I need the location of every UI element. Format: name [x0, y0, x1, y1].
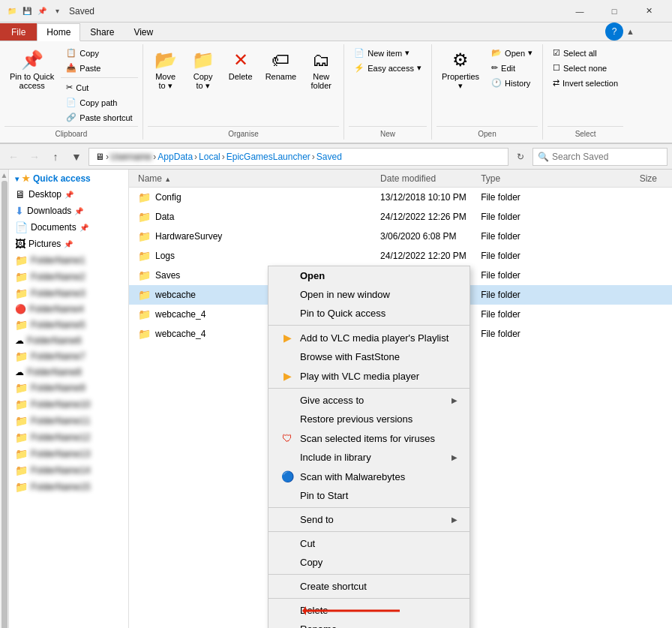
ctx-restore[interactable]: Restore previous versions	[268, 410, 470, 428]
ctx-vlc-play[interactable]: ▶ Play with VLC media player	[268, 366, 470, 386]
tab-file[interactable]: File	[0, 23, 37, 41]
sidebar-item-downloads[interactable]: ⬇ Downloads 📌	[9, 203, 128, 219]
col-type-header[interactable]: Type	[478, 173, 578, 184]
open-button[interactable]: 📂 Open ▾	[486, 46, 538, 60]
tab-home[interactable]: Home	[37, 23, 80, 41]
ctx-vlc-playlist[interactable]: ▶ Add to VLC media player's Playlist	[268, 328, 470, 347]
sidebar-item-pictures[interactable]: 🖼 Pictures 📌	[9, 236, 128, 252]
copy-button[interactable]: 📋 Copy	[61, 46, 137, 60]
col-name-header[interactable]: Name ▲	[135, 173, 377, 184]
easy-access-button[interactable]: ⚡ Easy access ▾	[349, 61, 427, 75]
ctx-delete[interactable]: Delete	[268, 601, 470, 620]
path-epicgames[interactable]: EpicGamesLauncher	[226, 152, 310, 162]
sidebar-item-blurred-15[interactable]: 📁 FolderName15	[9, 479, 128, 495]
ctx-cut[interactable]: Cut	[268, 534, 470, 553]
sidebar-item-blurred-9[interactable]: 📁 FolderName9	[9, 380, 128, 396]
forward-button[interactable]: →	[26, 148, 44, 166]
file-row-data[interactable]: 📁Data 24/12/2022 12:26 PM File folder	[129, 207, 672, 227]
ctx-create-shortcut[interactable]: Create shortcut	[268, 577, 470, 596]
new-item-button[interactable]: 📄 New item ▾	[349, 46, 427, 60]
file-row-hardware[interactable]: 📁HardwareSurvey 3/06/2020 6:08 PM File f…	[129, 227, 672, 246]
recent-locations-button[interactable]: ▼	[68, 148, 86, 166]
folder-icon-webcache4b: 📁	[138, 328, 151, 340]
organise-label: Organise	[148, 126, 340, 140]
invert-selection-button[interactable]: ⇄ Invert selection	[548, 76, 623, 90]
sidebar-item-blurred-1[interactable]: 📁 FolderName1	[9, 252, 128, 269]
ctx-pin-quick[interactable]: Pin to Quick access	[268, 304, 470, 323]
sidebar-item-blurred-3[interactable]: 📁 FolderName3	[9, 285, 128, 302]
ctx-open-new-window[interactable]: Open in new window	[268, 285, 470, 304]
pictures-folder-icon: 🖼	[15, 238, 26, 250]
minimize-button[interactable]: —	[562, 0, 597, 23]
cut-button[interactable]: ✂ Cut	[61, 80, 137, 95]
sidebar-item-blurred-4[interactable]: 🔴 FolderName4	[9, 302, 128, 317]
scroll-thumb[interactable]	[2, 181, 8, 628]
file-area: Name ▲ Date modified Type Size 📁Config 1…	[129, 170, 672, 628]
rename-button[interactable]: 🏷 Rename	[260, 46, 302, 85]
sidebar-item-blurred-14[interactable]: 📁 FolderName14	[9, 462, 128, 479]
sidebar-item-blurred-10[interactable]: 📁 FolderName10	[9, 396, 128, 413]
ribbon-collapse-button[interactable]: ▲	[626, 27, 634, 36]
tab-view[interactable]: View	[124, 23, 163, 41]
ctx-include-library[interactable]: Include in library	[268, 448, 470, 467]
ctx-scan-virus[interactable]: 🛡 Scan selected items for viruses	[268, 428, 470, 448]
path-local[interactable]: Local	[199, 152, 220, 162]
edit-button[interactable]: ✏ Edit	[486, 61, 538, 75]
path-user[interactable]: Username	[110, 152, 152, 162]
sidebar-item-blurred-8[interactable]: ☁ FolderName8	[9, 365, 128, 380]
select-all-button[interactable]: ☑ Select all	[548, 46, 623, 60]
dropdown-icon[interactable]: ▾	[51, 5, 63, 17]
sidebar-item-blurred-11[interactable]: 📁 FolderName11	[9, 413, 128, 429]
select-none-button[interactable]: ☐ Select none	[548, 61, 623, 75]
refresh-button[interactable]: ↻	[512, 148, 530, 166]
invert-icon: ⇄	[553, 78, 560, 88]
sidebar-item-blurred-13[interactable]: 📁 FolderName13	[9, 446, 128, 462]
sidebar-item-blurred-5[interactable]: 📁 FolderName5	[9, 317, 128, 333]
blurred-folder-icon-13: 📁	[15, 448, 28, 460]
quick-access-header[interactable]: ▾ ★ Quick access	[9, 171, 128, 186]
sidebar-item-documents[interactable]: 📄 Documents 📌	[9, 219, 128, 236]
ctx-vlc-icon: ▶	[280, 332, 294, 344]
sidebar-item-desktop[interactable]: 🖥 Desktop 📌	[9, 186, 128, 203]
pin-quick-access-button[interactable]: 📌 Pin to Quickaccess	[4, 46, 59, 94]
paste-shortcut-button[interactable]: 🔗 Paste shortcut	[61, 110, 137, 125]
new-folder-button[interactable]: 🗂 Newfolder	[303, 46, 339, 94]
search-box[interactable]: 🔍	[532, 148, 668, 166]
ctx-open[interactable]: Open	[268, 266, 470, 285]
properties-button[interactable]: ⚙ Properties ▾	[436, 46, 484, 95]
col-size-header[interactable]: Size	[578, 173, 666, 184]
sidebar-item-blurred-2[interactable]: 📁 FolderName2	[9, 269, 128, 285]
maximize-button[interactable]: □	[597, 0, 632, 23]
up-button[interactable]: ↑	[46, 148, 64, 166]
ctx-faststone[interactable]: Browse with FastStone	[268, 347, 470, 366]
ctx-rename[interactable]: Rename	[268, 620, 470, 628]
file-row-config[interactable]: 📁Config 13/12/2018 10:10 PM File folder	[129, 188, 672, 207]
delete-button[interactable]: ✕ Delete	[223, 46, 259, 85]
path-appdata[interactable]: AppData	[158, 152, 193, 162]
move-icon: 📂	[154, 50, 177, 71]
scroll-up-button[interactable]: ▲	[1, 171, 8, 179]
col-date-header[interactable]: Date modified	[377, 173, 478, 184]
move-to-button[interactable]: 📂 Moveto ▾	[148, 46, 184, 95]
file-row-logs[interactable]: 📁Logs 24/12/2022 12:20 PM File folder	[129, 246, 672, 266]
sidebar-scrollbar[interactable]: ▲ ▼	[0, 170, 9, 628]
copy-to-button[interactable]: 📁 Copyto ▾	[185, 46, 221, 95]
search-input[interactable]	[552, 152, 664, 162]
copy-path-button[interactable]: 📄 Copy path	[61, 95, 137, 110]
sidebar-item-blurred-7[interactable]: 📁 FolderName7	[9, 348, 128, 365]
help-button[interactable]: ?	[605, 23, 623, 41]
sidebar-item-blurred-12[interactable]: 📁 FolderName12	[9, 429, 128, 446]
ctx-copy[interactable]: Copy	[268, 553, 470, 572]
history-button[interactable]: 🕐 History	[486, 76, 538, 90]
ctx-give-access[interactable]: Give access to	[268, 391, 470, 410]
tab-share[interactable]: Share	[80, 23, 124, 41]
back-button[interactable]: ←	[4, 148, 22, 166]
paste-button[interactable]: 📥 Paste	[61, 61, 137, 75]
close-button[interactable]: ✕	[632, 0, 666, 23]
address-path[interactable]: 🖥 › Username › AppData › Local › EpicGam…	[88, 148, 508, 166]
ctx-malwarebytes[interactable]: 🔵 Scan with Malwarebytes	[268, 467, 470, 486]
path-saved[interactable]: Saved	[316, 152, 342, 162]
ctx-pin-start[interactable]: Pin to Start	[268, 486, 470, 505]
ctx-send-to[interactable]: Send to	[268, 510, 470, 529]
sidebar-item-blurred-6[interactable]: ☁ FolderName6	[9, 333, 128, 348]
